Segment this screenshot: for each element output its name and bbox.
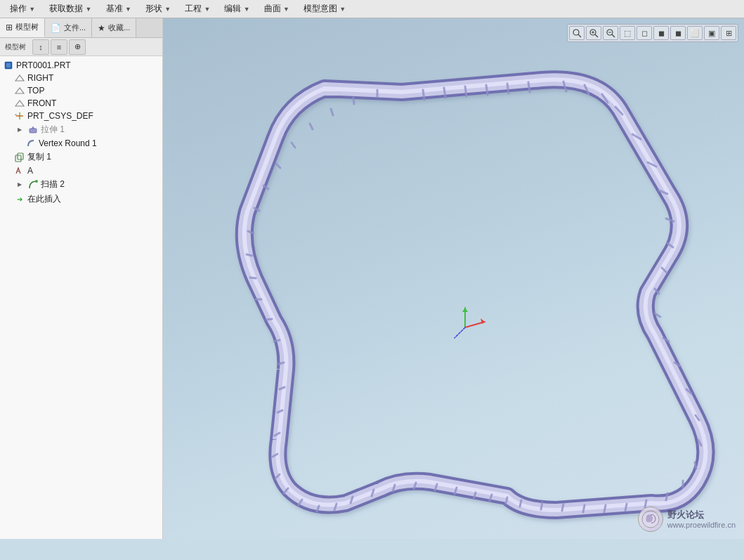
svg-line-87 (353, 98, 354, 104)
sketch-icon (14, 166, 25, 176)
svg-line-54 (541, 502, 542, 509)
svg-rect-1 (6, 63, 11, 67)
svg-line-56 (506, 497, 507, 504)
tab-bar: ⊞ 模型树 📄 文件... ★ 收藏... (0, 18, 162, 38)
svg-line-23 (423, 90, 424, 100)
watermark-logo (638, 507, 663, 532)
plane-icon-right (14, 73, 25, 83)
tree-item-sketch-a[interactable]: A (0, 164, 162, 177)
sidebar-label: 模型树 (3, 42, 28, 52)
svg-marker-9 (32, 126, 34, 129)
svg-marker-93 (462, 308, 468, 312)
svg-line-84 (292, 143, 295, 148)
svg-line-50 (625, 504, 627, 511)
svg-line-28 (528, 82, 530, 92)
menu-shape[interactable]: 形状 ▼ (138, 1, 178, 16)
svg-line-55 (520, 500, 521, 507)
model-tree-icon: ⊞ (6, 22, 13, 32)
svg-rect-11 (18, 153, 23, 159)
svg-marker-2 (15, 75, 24, 81)
tree-item-right[interactable]: RIGHT (0, 72, 162, 84)
watermark: 野火论坛 www.proewildfire.cn (638, 507, 736, 532)
tree-item-vertex-round[interactable]: Vertex Round 1 (0, 137, 162, 150)
svg-line-79 (247, 254, 252, 256)
settings-btn[interactable]: ≡ (51, 39, 67, 55)
svg-text:⌖: ⌖ (15, 112, 17, 117)
tree-item-insert-here[interactable]: ➔ 在此插入 (0, 192, 162, 207)
menu-edit[interactable]: 编辑 ▼ (217, 1, 256, 16)
add-btn[interactable]: ⊕ (69, 39, 86, 55)
svg-line-46 (695, 462, 696, 469)
expand-icon-extrude: ▶ (14, 125, 25, 135)
svg-point-13 (35, 180, 38, 183)
svg-line-75 (274, 340, 280, 341)
menu-getdata[interactable]: 获取数据 ▼ (42, 1, 98, 16)
sidebar: ⊞ 模型树 📄 文件... ★ 收藏... 模型树 ↕ ≡ ⊕ (0, 18, 163, 539)
svg-line-25 (465, 86, 466, 96)
tab-favorites[interactable]: ★ 收藏... (92, 18, 136, 37)
copy-icon (14, 152, 25, 162)
svg-line-86 (331, 109, 333, 115)
svg-marker-3 (15, 88, 24, 93)
svg-rect-8 (30, 129, 37, 133)
svg-line-53 (562, 504, 563, 511)
plane-icon-top (14, 86, 25, 96)
svg-line-76 (266, 319, 272, 320)
svg-line-74 (279, 363, 284, 364)
tree-item-extrude1[interactable]: ▶ 拉伸 1 (0, 122, 162, 137)
menu-bar: 操作 ▼ 获取数据 ▼ 基准 ▼ 形状 ▼ 工程 ▼ 编辑 ▼ 曲面 ▼ 模型意… (0, 0, 744, 18)
svg-line-48 (666, 493, 667, 500)
main-layout: ⊞ 模型树 📄 文件... ★ 收藏... 模型树 ↕ ≡ ⊕ (0, 18, 744, 539)
tab-model-tree[interactable]: ⊞ 模型树 (0, 18, 45, 37)
menu-datum[interactable]: 基准 ▼ (99, 1, 138, 16)
coord-icon: ⌖ (14, 111, 25, 121)
viewport[interactable]: ⬚ ◻ ◼ ◼ ⬜ ▣ ⊞ (163, 18, 744, 539)
sidebar-toolbar: 模型树 ↕ ≡ ⊕ (0, 38, 162, 56)
svg-rect-10 (15, 155, 21, 162)
svg-line-78 (250, 278, 256, 278)
svg-line-51 (604, 505, 606, 512)
tree-item-front[interactable]: FRONT (0, 97, 162, 110)
menu-model-intent[interactable]: 模型意图 ▼ (296, 1, 353, 16)
svg-line-52 (583, 505, 585, 512)
expand-icon-sweep: ▶ (14, 180, 25, 190)
svg-line-91 (455, 327, 465, 338)
svg-line-26 (486, 85, 488, 95)
plane-icon-front (14, 98, 25, 108)
menu-operations[interactable]: 操作 ▼ (3, 1, 42, 16)
3d-shape (163, 18, 744, 539)
favorites-icon: ★ (98, 23, 105, 33)
tree-item-csys[interactable]: ⌖ PRT_CSYS_DEF (0, 110, 162, 122)
tree-item-top[interactable]: TOP (0, 84, 162, 97)
svg-line-85 (310, 124, 313, 129)
menu-surface[interactable]: 曲面 ▼ (257, 1, 296, 16)
svg-line-83 (276, 164, 280, 168)
svg-marker-4 (15, 100, 24, 106)
tree-item-root[interactable]: PRT0001.PRT (0, 59, 162, 72)
insert-icon: ➔ (14, 195, 25, 204)
svg-line-24 (444, 88, 445, 98)
files-icon: 📄 (51, 23, 61, 33)
tree-area: PRT0001.PRT RIGHT TOP (0, 56, 162, 539)
menu-engineering[interactable]: 工程 ▼ (178, 1, 217, 16)
extrude-icon (27, 125, 39, 135)
filter-btn[interactable]: ↕ (32, 39, 49, 55)
sweep-icon (27, 180, 39, 190)
tree-item-copy1[interactable]: 复制 1 (0, 150, 162, 164)
tab-files[interactable]: 📄 文件... (45, 18, 92, 37)
round-icon (25, 138, 37, 148)
svg-line-27 (507, 84, 509, 93)
part-icon (3, 60, 14, 70)
watermark-text-block: 野火论坛 www.proewildfire.cn (667, 509, 736, 530)
tree-item-sweep2[interactable]: ▶ 扫描 2 (0, 177, 162, 192)
